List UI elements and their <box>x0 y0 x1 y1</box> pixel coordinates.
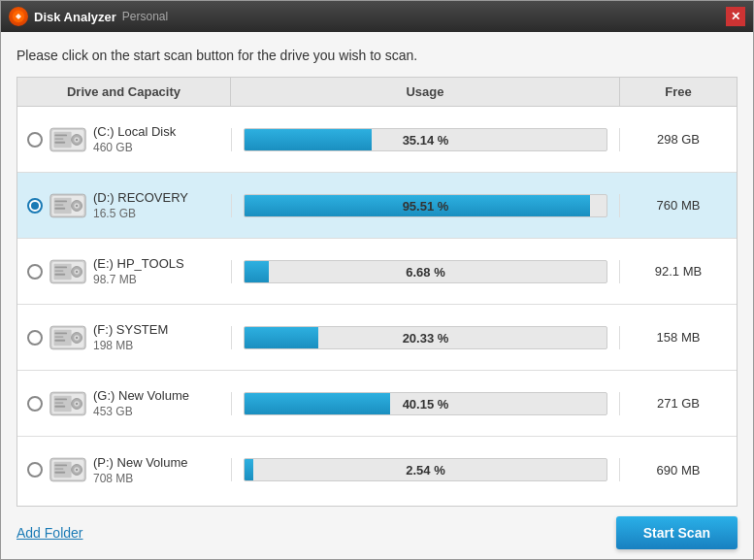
drive-label: (E:) HP_TOOLS <box>93 256 184 271</box>
drive-row[interactable]: (F:) SYSTEM 198 MB 20.33 % 158 MB <box>17 305 737 371</box>
drive-info-cell: (G:) New Volume 453 GB <box>17 379 231 429</box>
usage-cell: 40.15 % <box>231 392 620 415</box>
usage-bar: 20.33 % <box>244 326 607 349</box>
free-cell: 271 GB <box>620 388 737 418</box>
svg-rect-54 <box>54 472 65 474</box>
svg-point-42 <box>76 402 78 404</box>
drive-label: (P:) New Volume <box>93 455 188 470</box>
svg-point-24 <box>76 270 78 272</box>
svg-rect-16 <box>54 200 67 202</box>
drive-details: (G:) New Volume 453 GB <box>93 388 189 418</box>
drive-table: Drive and Capacity Usage Free (C:) Local… <box>16 77 738 507</box>
svg-rect-7 <box>54 134 67 136</box>
usage-bar: 95.51 % <box>244 194 607 217</box>
title-bar: Disk Analyzer Personal ✕ <box>1 1 753 32</box>
svg-rect-36 <box>54 339 65 341</box>
usage-bar-text: 95.51 % <box>245 195 606 217</box>
drive-details: (D:) RECOVERY 16.5 GB <box>93 190 188 220</box>
svg-rect-53 <box>54 468 63 470</box>
svg-rect-27 <box>54 273 65 275</box>
usage-cell: 2.54 % <box>231 458 620 481</box>
drive-details: (F:) SYSTEM 198 MB <box>93 322 168 352</box>
hdd-icon <box>49 254 87 289</box>
svg-point-33 <box>76 336 78 338</box>
drive-row[interactable]: (C:) Local Disk 460 GB 35.14 % 298 GB <box>17 107 737 173</box>
svg-rect-26 <box>54 270 63 272</box>
svg-rect-34 <box>54 332 67 334</box>
footer: Add Folder Start Scan <box>1 507 753 559</box>
usage-bar-text: 20.33 % <box>245 327 606 349</box>
col-header-usage: Usage <box>231 78 620 106</box>
usage-bar-text: 2.54 % <box>245 459 606 481</box>
svg-rect-45 <box>54 405 65 407</box>
drive-label: (G:) New Volume <box>93 388 189 403</box>
close-button[interactable]: ✕ <box>726 7 745 26</box>
radio-button[interactable] <box>27 264 43 280</box>
svg-rect-9 <box>54 141 65 143</box>
drive-row[interactable]: (P:) New Volume 708 MB 2.54 % 690 MB <box>17 437 737 503</box>
add-folder-link[interactable]: Add Folder <box>16 525 82 541</box>
content-area: Please click on the start scan button fo… <box>1 32 753 507</box>
hdd-icon <box>49 188 87 223</box>
drive-details: (P:) New Volume 708 MB <box>93 455 188 485</box>
table-header: Drive and Capacity Usage Free <box>17 78 737 107</box>
svg-rect-18 <box>54 207 65 209</box>
drive-info-cell: (E:) HP_TOOLS 98.7 MB <box>17 247 231 297</box>
instruction-text: Please click on the start scan button fo… <box>16 48 738 63</box>
svg-rect-17 <box>54 204 63 206</box>
usage-bar: 40.15 % <box>244 392 607 415</box>
main-window: Disk Analyzer Personal ✕ Please click on… <box>0 0 754 560</box>
drive-size: 460 GB <box>93 141 176 154</box>
free-cell: 92.1 MB <box>620 256 737 286</box>
svg-point-6 <box>76 138 78 140</box>
svg-rect-8 <box>54 138 63 140</box>
drive-size: 708 MB <box>93 472 188 485</box>
drive-details: (E:) HP_TOOLS 98.7 MB <box>93 256 184 286</box>
radio-button[interactable] <box>27 132 43 148</box>
free-cell: 298 GB <box>620 124 737 154</box>
drive-info-cell: (C:) Local Disk 460 GB <box>17 115 231 165</box>
app-icon <box>9 7 28 26</box>
svg-rect-43 <box>54 398 67 400</box>
drive-size: 198 MB <box>93 339 168 352</box>
hdd-icon <box>49 122 87 157</box>
drive-info-cell: (P:) New Volume 708 MB <box>17 445 231 495</box>
drive-details: (C:) Local Disk 460 GB <box>93 124 176 154</box>
drive-row[interactable]: (E:) HP_TOOLS 98.7 MB 6.68 % 92.1 MB <box>17 239 737 305</box>
table-body: (C:) Local Disk 460 GB 35.14 % 298 GB <box>17 107 737 503</box>
svg-rect-52 <box>54 465 67 467</box>
app-badge: Personal <box>122 10 168 23</box>
title-bar-left: Disk Analyzer Personal <box>9 7 168 26</box>
app-title: Disk Analyzer <box>34 10 116 24</box>
drive-size: 98.7 MB <box>93 273 184 286</box>
hdd-icon <box>49 452 87 487</box>
svg-point-15 <box>76 204 78 206</box>
free-cell: 760 MB <box>620 190 737 220</box>
usage-bar: 2.54 % <box>244 458 607 481</box>
usage-bar-text: 6.68 % <box>245 261 606 283</box>
drive-size: 453 GB <box>93 405 189 418</box>
usage-bar: 35.14 % <box>244 128 607 151</box>
drive-label: (D:) RECOVERY <box>93 190 188 205</box>
usage-cell: 95.51 % <box>231 194 620 217</box>
radio-button[interactable] <box>27 462 43 478</box>
usage-cell: 35.14 % <box>231 128 620 151</box>
start-scan-button[interactable]: Start Scan <box>616 516 738 549</box>
drive-row[interactable]: (G:) New Volume 453 GB 40.15 % 271 GB <box>17 371 737 437</box>
usage-bar-text: 40.15 % <box>245 393 606 415</box>
svg-rect-35 <box>54 336 63 338</box>
hdd-icon <box>49 386 87 421</box>
svg-rect-25 <box>54 266 67 268</box>
radio-button[interactable] <box>27 198 43 214</box>
drive-row[interactable]: (D:) RECOVERY 16.5 GB 95.51 % 760 MB <box>17 173 737 239</box>
radio-button[interactable] <box>27 330 43 346</box>
drive-label: (C:) Local Disk <box>93 124 176 139</box>
usage-cell: 6.68 % <box>231 260 620 283</box>
drive-label: (F:) SYSTEM <box>93 322 168 337</box>
col-header-drive: Drive and Capacity <box>17 78 231 106</box>
usage-cell: 20.33 % <box>231 326 620 349</box>
radio-button[interactable] <box>27 396 43 412</box>
col-header-free: Free <box>620 78 737 106</box>
drive-info-cell: (D:) RECOVERY 16.5 GB <box>17 181 231 231</box>
drive-info-cell: (F:) SYSTEM 198 MB <box>17 313 231 363</box>
